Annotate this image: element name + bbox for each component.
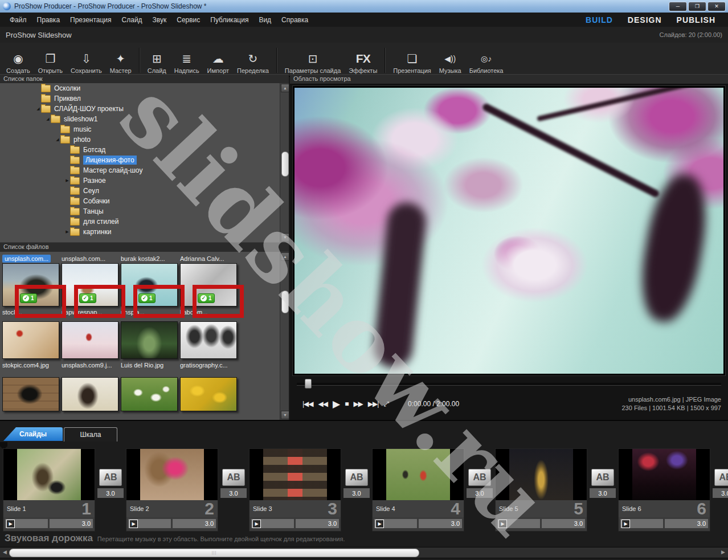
slide-options-button[interactable]: ⊡ Параметры слайда xyxy=(281,47,345,74)
folder-item[interactable]: music xyxy=(0,124,289,134)
mode-build[interactable]: BUILD xyxy=(586,15,613,24)
file-thumbnail[interactable] xyxy=(62,321,118,359)
transition-duration[interactable]: 3.0 xyxy=(590,488,616,498)
expand-arrow-icon[interactable]: ◢ xyxy=(55,137,60,142)
scroll-left-icon[interactable]: ◀ xyxy=(1,549,9,556)
folder-item[interactable]: Собачки xyxy=(0,196,289,206)
add-caption-button[interactable]: ≣ Надпись xyxy=(170,47,203,74)
file-name[interactable]: Luis del Rio.jpg xyxy=(121,362,178,369)
add-slide-button[interactable]: ⊞ Слайд xyxy=(144,47,170,74)
slide-duration[interactable]: 3.0 xyxy=(173,519,216,528)
restore-button[interactable]: ❐ xyxy=(688,2,706,11)
transition-ab-icon[interactable]: AB xyxy=(591,469,614,486)
sound-track-area[interactable]: Звуковая дорожка Перетащите музыку в эту… xyxy=(5,533,345,544)
file-item[interactable]: ✓1 kaboom... xyxy=(180,263,237,316)
file-list-scrollbar[interactable]: ▲ ▼ xyxy=(280,252,289,420)
menu-tools[interactable]: Сервис xyxy=(171,16,205,24)
expand-arrow-icon[interactable]: ◢ xyxy=(35,107,41,111)
slide-card[interactable]: Slide 33 ▶3.0 xyxy=(249,448,341,532)
transition-ab-icon[interactable]: AB xyxy=(714,469,728,486)
file-item[interactable]: gratisography.c... xyxy=(180,321,237,369)
slide-thumbnail[interactable] xyxy=(250,449,341,500)
file-item[interactable] xyxy=(62,377,118,411)
file-name-selected[interactable]: unsplash.com... xyxy=(2,255,51,263)
folder-tree-scrollbar[interactable]: ▲ ▼ xyxy=(280,83,289,242)
file-name[interactable]: unsplash.com... xyxy=(62,255,105,262)
remix-button[interactable]: ↻ Переделка xyxy=(233,47,273,74)
file-item[interactable]: ✓1 stock... xyxy=(2,263,59,316)
tab-slides[interactable]: Слайды xyxy=(3,427,63,441)
new-show-button[interactable]: ◉ Создать xyxy=(2,47,34,74)
transition-duration[interactable]: 3.0 xyxy=(220,488,247,498)
scrollbar-thumb[interactable] xyxy=(281,291,289,313)
transition-widget[interactable]: AB 3.0 xyxy=(710,469,728,532)
folder-item[interactable]: Мастер слайд-шоу xyxy=(0,165,289,175)
slide-play-button[interactable]: ▶ xyxy=(497,519,540,528)
skip-start-icon[interactable]: |◀◀ xyxy=(302,400,313,408)
close-button[interactable]: ✕ xyxy=(707,2,726,11)
transition-duration[interactable]: 3.0 xyxy=(713,488,728,498)
import-button[interactable]: ☁ Импорт xyxy=(203,47,233,74)
folder-item[interactable]: Осколки xyxy=(0,83,289,93)
menu-publication[interactable]: Публикация xyxy=(205,16,253,24)
seek-track[interactable] xyxy=(297,383,721,386)
slide-play-button[interactable]: ▶ xyxy=(5,519,48,528)
file-thumbnail[interactable] xyxy=(121,321,178,359)
scroll-up-icon[interactable]: ▲ xyxy=(281,252,289,261)
mode-design[interactable]: DESIGN xyxy=(628,15,662,24)
save-show-button[interactable]: ⇩ Сохранить xyxy=(67,47,106,74)
transition-widget[interactable]: AB 3.0 xyxy=(587,469,618,532)
file-name[interactable]: stokpic.com4.jpg xyxy=(2,362,59,369)
file-item[interactable]: Luis del Rio.jpg xyxy=(121,321,178,369)
preview-image[interactable] xyxy=(295,88,723,374)
scrollbar-thumb[interactable]: ||| xyxy=(9,549,419,557)
slide-duration[interactable]: 3.0 xyxy=(665,519,709,528)
music-button[interactable]: ◀)) Музыка xyxy=(435,47,465,74)
mode-publish[interactable]: PUBLISH xyxy=(677,15,715,24)
transition-widget[interactable]: AB 3.0 xyxy=(341,469,372,532)
transition-widget[interactable]: AB 3.0 xyxy=(464,469,495,532)
seek-bar[interactable] xyxy=(292,378,726,387)
horizontal-scrollbar[interactable]: ◀ ||| ▶ xyxy=(0,547,728,558)
slide-thumbnail[interactable] xyxy=(619,449,710,500)
scroll-right-icon[interactable]: ▶ xyxy=(719,549,727,556)
file-thumbnail[interactable] xyxy=(180,377,237,411)
scroll-up-icon[interactable]: ▲ xyxy=(281,84,289,92)
folder-item[interactable]: Ботсад xyxy=(0,145,289,155)
file-name[interactable]: burak kostak2... xyxy=(121,255,165,262)
seek-handle[interactable] xyxy=(305,379,312,389)
fast-forward-icon[interactable]: ▶▶ xyxy=(353,400,362,408)
slide-duration[interactable]: 3.0 xyxy=(50,519,93,528)
file-item[interactable]: ✓1 napwiresnap... xyxy=(62,263,118,316)
folder-item-selected[interactable]: Лицензия-фото xyxy=(0,155,289,165)
file-item[interactable]: unsplash.com9.j... xyxy=(62,321,118,369)
minimize-button[interactable]: ─ xyxy=(669,2,687,11)
folder-item[interactable]: Танцы xyxy=(0,206,289,216)
stop-icon[interactable]: ■ xyxy=(345,400,348,408)
slide-play-button[interactable]: ▶ xyxy=(374,519,417,528)
slide-thumbnail[interactable] xyxy=(373,449,464,500)
menu-edit[interactable]: Правка xyxy=(32,16,66,24)
show-options-button[interactable]: ❏ Презентация xyxy=(389,47,435,74)
rewind-icon[interactable]: ◀◀ xyxy=(318,400,328,408)
folder-item[interactable]: ▶картинки xyxy=(0,227,289,237)
file-name[interactable]: unsplash.com9.j... xyxy=(62,362,118,369)
file-thumbnail[interactable] xyxy=(121,377,178,411)
slide-duration[interactable]: 3.0 xyxy=(419,519,463,528)
scroll-down-icon[interactable]: ▼ xyxy=(281,233,289,242)
slide-card[interactable]: Slide 22 ▶3.0 xyxy=(126,448,218,532)
collapse-arrow-icon[interactable]: ▶ xyxy=(64,230,70,234)
file-item[interactable] xyxy=(2,377,59,411)
slide-play-button[interactable]: ▶ xyxy=(128,519,171,528)
transition-ab-icon[interactable]: AB xyxy=(222,469,245,486)
effects-button[interactable]: FX Эффекты xyxy=(345,47,381,74)
folder-item[interactable]: ◢СЛАЙД-ШОУ проекты xyxy=(0,104,289,114)
expand-arrow-icon[interactable]: ◢ xyxy=(45,117,51,121)
open-show-button[interactable]: ❐ Открыть xyxy=(34,47,67,74)
scroll-down-icon[interactable]: ▼ xyxy=(281,411,289,419)
wizard-button[interactable]: ✦ Мастер xyxy=(106,47,136,74)
slide-play-button[interactable]: ▶ xyxy=(251,519,294,528)
tab-timeline[interactable]: Шкала xyxy=(64,427,117,442)
file-thumbnail[interactable] xyxy=(62,377,118,411)
file-item[interactable]: ✓1 unspla... xyxy=(121,263,178,316)
